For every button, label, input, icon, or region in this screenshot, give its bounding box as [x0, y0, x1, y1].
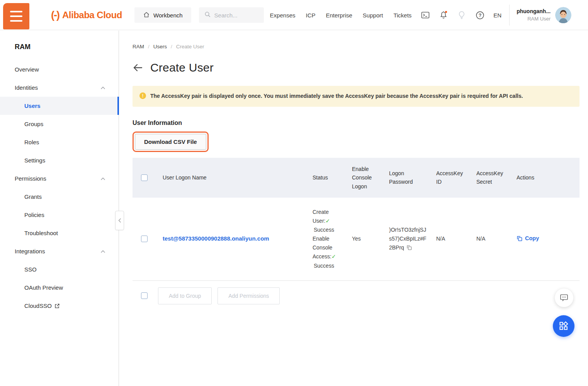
nav-support[interactable]: Support — [363, 12, 383, 19]
user-table: User Logon Name Status Enable Console Lo… — [133, 158, 580, 281]
warning-text: The AccessKey pair is displayed only onc… — [150, 92, 523, 101]
row-checkbox[interactable] — [141, 236, 148, 242]
help-question-icon[interactable]: ? — [475, 10, 484, 20]
chevron-up-icon — [100, 175, 105, 182]
sidebar-group-integrations[interactable]: Integrations — [0, 242, 119, 260]
header-icons: ? — [421, 10, 484, 20]
download-highlight-ring: Download CSV File — [133, 132, 209, 152]
enable-console-logon-cell: Yes — [347, 198, 384, 280]
breadcrumb: RAM / Users / Create User — [133, 44, 580, 50]
nav-tickets[interactable]: Tickets — [393, 12, 411, 19]
main-content: RAM / Users / Create User Create User ! … — [119, 31, 588, 386]
sidebar-item-overview[interactable]: Overview — [0, 60, 119, 79]
logo-mark-icon: (-) — [51, 9, 59, 21]
accesskey-id-cell: N/A — [432, 198, 472, 280]
sidebar-item-policies[interactable]: Policies — [0, 206, 119, 224]
sidebar-item-grants[interactable]: Grants — [0, 188, 119, 206]
sidebar-item-troubleshoot[interactable]: Troubleshoot — [0, 224, 119, 242]
shortcuts-apps-button[interactable] — [553, 315, 574, 337]
lightbulb-icon[interactable] — [457, 10, 466, 20]
table-header-row: User Logon Name Status Enable Console Lo… — [133, 158, 580, 198]
breadcrumb-users[interactable]: Users — [153, 44, 167, 50]
search-input[interactable] — [214, 12, 257, 19]
header-right: Workbench Expenses ICP Enterprise Suppor… — [134, 0, 583, 30]
logon-password-cell: )Or!sTO3zfnjSJs57)CxBpILz#F2BPrq — [384, 198, 432, 280]
home-icon — [143, 11, 150, 19]
sidebar-item-oauth-preview[interactable]: OAuth Preview — [0, 278, 119, 297]
breadcrumb-ram[interactable]: RAM — [133, 44, 144, 50]
feedback-chat-button[interactable] — [555, 289, 573, 307]
col-enable-console-logon: Enable Console Logon — [347, 158, 384, 198]
sidebar-item-groups[interactable]: Groups — [0, 115, 119, 133]
logo-text: Alibaba Cloud — [62, 10, 122, 20]
alibaba-cloud-logo[interactable]: (-) Alibaba Cloud — [51, 0, 122, 30]
top-nav: Expenses ICP Enterprise Support Tickets — [270, 12, 412, 19]
sidebar-item-settings[interactable]: Settings — [0, 151, 119, 169]
sidebar-item-roles[interactable]: Roles — [0, 133, 119, 151]
sidebar-group-permissions[interactable]: Permissions — [0, 169, 119, 188]
locale-switcher[interactable]: EN — [493, 12, 501, 19]
col-actions: Actions — [512, 158, 580, 198]
workbench-button[interactable]: Workbench — [134, 7, 191, 23]
footer-select-all-checkbox[interactable] — [141, 292, 148, 299]
sidebar-item-cloudsso[interactable]: CloudSSO — [0, 297, 119, 315]
success-check-icon: ✓ — [331, 253, 336, 260]
avatar[interactable] — [555, 7, 571, 23]
accesskey-warning-banner: ! The AccessKey pair is displayed only o… — [133, 86, 580, 107]
nav-expenses[interactable]: Expenses — [270, 12, 296, 19]
status-cell: Create User:✓ Success Enable Console Acc… — [308, 198, 347, 280]
col-user-logon-name: User Logon Name — [158, 158, 308, 198]
sidebar-item-sso[interactable]: SSO — [0, 260, 119, 278]
hamburger-menu-button[interactable] — [3, 3, 29, 29]
top-header: (-) Alibaba Cloud Workbench — [0, 0, 588, 30]
search-box[interactable] — [199, 7, 264, 23]
account-text: phuonganh... RAM User — [517, 7, 551, 22]
add-to-group-button[interactable]: Add to Group — [158, 287, 212, 304]
col-status: Status — [308, 158, 347, 198]
account-menu[interactable]: phuonganh... RAM User — [509, 5, 571, 26]
sidebar-menu: Overview Identities Users Groups Roles S… — [0, 60, 119, 315]
accesskey-secret-cell: N/A — [472, 198, 512, 280]
account-name: phuonganh... — [517, 7, 551, 15]
chevron-up-icon — [100, 248, 105, 254]
title-row: Create User — [133, 61, 580, 74]
search-icon — [204, 11, 211, 19]
sidebar-group-identities[interactable]: Identities — [0, 79, 119, 97]
workbench-label: Workbench — [153, 12, 183, 19]
sidebar: RAM Overview Identities Users Groups Rol… — [0, 31, 119, 386]
page: (-) Alibaba Cloud Workbench — [0, 0, 588, 386]
copy-password-icon[interactable] — [406, 245, 412, 250]
sidebar-collapse-handle[interactable] — [115, 211, 124, 230]
account-role: RAM User — [517, 15, 551, 23]
col-logon-password: Logon Password — [384, 158, 432, 198]
section-title: User Information — [133, 120, 580, 126]
success-check-icon: ✓ — [325, 218, 330, 224]
footer-actions: Add to Group Add Permissions — [133, 287, 580, 304]
breadcrumb-current: Create User — [176, 44, 204, 50]
col-accesskey-id: AccessKey ID — [432, 158, 472, 198]
back-arrow-icon[interactable] — [133, 63, 143, 72]
download-csv-button[interactable]: Download CSV File — [135, 134, 206, 150]
console-terminal-icon[interactable] — [421, 10, 430, 20]
sidebar-item-users[interactable]: Users — [0, 97, 119, 115]
warning-icon: ! — [139, 92, 146, 99]
nav-icp[interactable]: ICP — [306, 12, 315, 19]
external-link-icon — [54, 303, 60, 309]
select-all-checkbox[interactable] — [141, 174, 148, 181]
page-title: Create User — [150, 61, 214, 74]
chevron-up-icon — [100, 84, 105, 91]
notifications-bell-icon[interactable] — [439, 10, 448, 20]
nav-enterprise[interactable]: Enterprise — [326, 12, 352, 19]
svg-text:?: ? — [479, 13, 482, 18]
col-accesskey-secret: AccessKey Secret — [472, 158, 512, 198]
table-row: test@5873350000902888.onaliyun.com Creat… — [133, 198, 580, 280]
add-permissions-button[interactable]: Add Permissions — [218, 287, 280, 304]
copy-action-link[interactable]: Copy — [517, 234, 539, 243]
user-logon-name-link[interactable]: test@5873350000902888.onaliyun.com — [163, 235, 269, 242]
sidebar-title: RAM — [0, 31, 119, 51]
